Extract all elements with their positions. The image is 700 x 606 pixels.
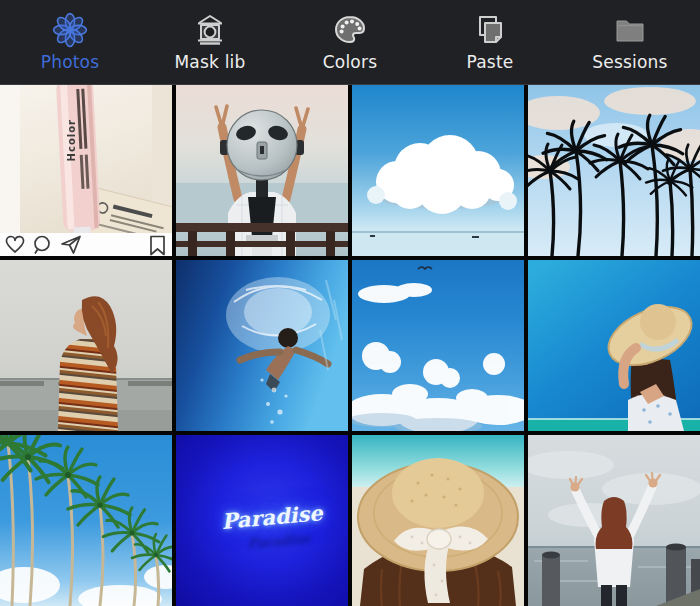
paste-icon	[472, 12, 508, 48]
photo-app-window: Photos Mask lib	[0, 0, 700, 606]
photo-thumbnail-cosmetics-product-post[interactable]: Hcolor	[0, 85, 172, 256]
mask-library-icon	[192, 12, 228, 48]
tab-mask-lib-label: Mask lib	[174, 52, 245, 72]
photo-thumbnail-arms-raised-at-pier[interactable]	[528, 435, 700, 606]
photo-grid: Hcolor	[0, 85, 700, 606]
tab-photos-label: Photos	[41, 52, 100, 72]
tab-sessions-label: Sessions	[592, 52, 667, 72]
photo-thumbnail-straw-hat-lace-bow[interactable]	[352, 435, 524, 606]
comment-icon	[35, 237, 49, 254]
tab-photos[interactable]: Photos	[10, 3, 130, 81]
sky-clouds-illustration	[352, 260, 524, 431]
cosmetics-illustration	[0, 85, 172, 256]
photo-thumbnail-palm-silhouettes[interactable]	[528, 85, 700, 256]
photo-thumbnail-paradise-neon-sign[interactable]: Paradise Paradise	[176, 435, 348, 606]
tab-colors-label: Colors	[323, 52, 377, 72]
share-icon	[62, 237, 80, 254]
palette-icon	[332, 12, 368, 48]
tab-paste[interactable]: Paste	[430, 3, 550, 81]
tab-paste-label: Paste	[467, 52, 514, 72]
photo-thumbnail-tower-viewer-peace-signs[interactable]	[176, 85, 348, 256]
poncho-woman-illustration	[0, 260, 172, 431]
tab-sessions[interactable]: Sessions	[570, 3, 690, 81]
toolbar: Photos Mask lib	[0, 0, 700, 85]
tab-mask-lib[interactable]: Mask lib	[150, 3, 270, 81]
photos-flower-icon	[52, 12, 88, 48]
arms-raised-illustration	[528, 435, 700, 606]
photo-thumbnail-cloud-over-sea[interactable]	[352, 85, 524, 256]
tower-viewer-illustration	[176, 85, 348, 256]
photo-thumbnail-green-palm-trees[interactable]	[0, 435, 172, 606]
tab-colors[interactable]: Colors	[290, 3, 410, 81]
heart-icon	[6, 237, 23, 252]
photo-thumbnail-woman-sun-hat-looking-up[interactable]	[528, 260, 700, 431]
product-brand-text: Hcolor	[66, 119, 77, 161]
swimmer-illustration	[176, 260, 348, 431]
photo-thumbnail-underwater-swimmer[interactable]	[176, 260, 348, 431]
bookmark-icon	[151, 237, 164, 255]
sessions-folder-icon	[612, 12, 648, 48]
instagram-action-icons	[0, 233, 172, 256]
sun-hat-woman-illustration	[528, 260, 700, 431]
photo-thumbnail-blue-sky-clouds[interactable]	[352, 260, 524, 431]
cloud-illustration	[352, 85, 524, 256]
palm-silhouette-illustration	[528, 85, 700, 256]
photo-thumbnail-woman-striped-poncho[interactable]	[0, 260, 172, 431]
green-palms-illustration	[0, 435, 172, 606]
straw-hat-illustration	[352, 435, 524, 606]
